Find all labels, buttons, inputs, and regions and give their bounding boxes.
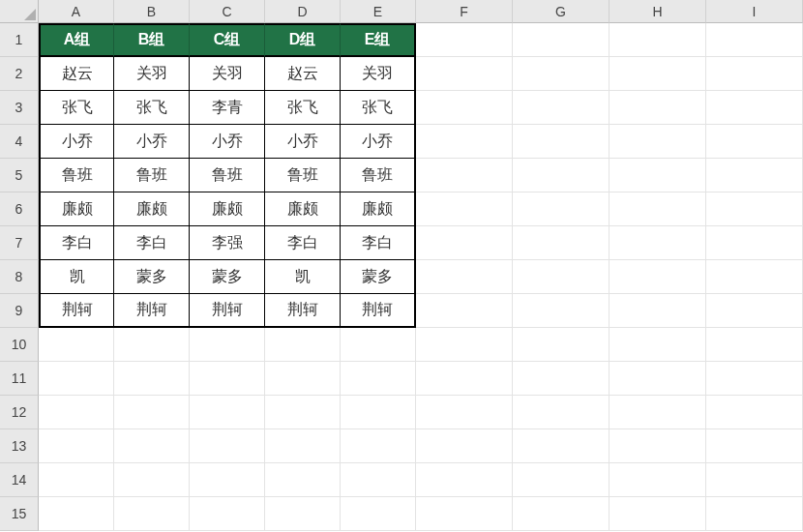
row-header-15[interactable]: 15 — [0, 497, 39, 531]
cell-C15[interactable] — [190, 497, 265, 531]
table-cell-C8[interactable]: 蒙多 — [190, 260, 265, 294]
col-header-H[interactable]: H — [610, 0, 706, 23]
cell-D11[interactable] — [265, 362, 341, 396]
cell-G2[interactable] — [513, 57, 610, 91]
row-header-3[interactable]: 3 — [0, 91, 39, 125]
cell-C12[interactable] — [190, 396, 265, 429]
cell-G1[interactable] — [513, 23, 610, 57]
cell-H10[interactable] — [610, 328, 706, 362]
cell-F13[interactable] — [416, 429, 513, 463]
cell-E11[interactable] — [341, 362, 416, 396]
cell-F4[interactable] — [416, 125, 513, 159]
col-header-B[interactable]: B — [114, 0, 190, 23]
cell-I15[interactable] — [706, 497, 803, 531]
cell-I14[interactable] — [706, 463, 803, 497]
cell-F1[interactable] — [416, 23, 513, 57]
cell-A10[interactable] — [39, 328, 114, 362]
cell-D10[interactable] — [265, 328, 341, 362]
cell-G11[interactable] — [513, 362, 610, 396]
cell-C14[interactable] — [190, 463, 265, 497]
table-cell-C9[interactable]: 荆轲 — [190, 294, 265, 328]
cell-F11[interactable] — [416, 362, 513, 396]
table-header-B[interactable]: B组 — [114, 23, 190, 57]
cell-B12[interactable] — [114, 396, 190, 429]
table-cell-D9[interactable]: 荆轲 — [265, 294, 341, 328]
cell-H4[interactable] — [610, 125, 706, 159]
cell-G10[interactable] — [513, 328, 610, 362]
table-cell-D2[interactable]: 赵云 — [265, 57, 341, 91]
cell-G15[interactable] — [513, 497, 610, 531]
cell-D13[interactable] — [265, 429, 341, 463]
table-header-C[interactable]: C组 — [190, 23, 265, 57]
row-header-6[interactable]: 6 — [0, 192, 39, 226]
table-cell-C4[interactable]: 小乔 — [190, 125, 265, 159]
cell-F7[interactable] — [416, 226, 513, 260]
col-header-I[interactable]: I — [706, 0, 803, 23]
table-cell-C7[interactable]: 李强 — [190, 226, 265, 260]
row-header-13[interactable]: 13 — [0, 429, 39, 463]
table-cell-B5[interactable]: 鲁班 — [114, 159, 190, 192]
table-cell-A3[interactable]: 张飞 — [39, 91, 114, 125]
select-all-corner[interactable] — [0, 0, 39, 23]
table-cell-A2[interactable]: 赵云 — [39, 57, 114, 91]
row-header-4[interactable]: 4 — [0, 125, 39, 159]
spreadsheet-grid[interactable]: ABCDEFGHI1A组B组C组D组E组2赵云关羽关羽赵云关羽3张飞张飞李青张飞… — [0, 0, 803, 531]
cell-B11[interactable] — [114, 362, 190, 396]
cell-E10[interactable] — [341, 328, 416, 362]
row-header-7[interactable]: 7 — [0, 226, 39, 260]
cell-H9[interactable] — [610, 294, 706, 328]
row-header-1[interactable]: 1 — [0, 23, 39, 57]
cell-I9[interactable] — [706, 294, 803, 328]
col-header-D[interactable]: D — [265, 0, 341, 23]
cell-C10[interactable] — [190, 328, 265, 362]
cell-H2[interactable] — [610, 57, 706, 91]
table-cell-E7[interactable]: 李白 — [341, 226, 416, 260]
table-cell-E9[interactable]: 荆轲 — [341, 294, 416, 328]
cell-H8[interactable] — [610, 260, 706, 294]
cell-B10[interactable] — [114, 328, 190, 362]
cell-G13[interactable] — [513, 429, 610, 463]
table-cell-E5[interactable]: 鲁班 — [341, 159, 416, 192]
cell-E15[interactable] — [341, 497, 416, 531]
table-cell-C3[interactable]: 李青 — [190, 91, 265, 125]
cell-H11[interactable] — [610, 362, 706, 396]
cell-H7[interactable] — [610, 226, 706, 260]
table-cell-E4[interactable]: 小乔 — [341, 125, 416, 159]
cell-H13[interactable] — [610, 429, 706, 463]
cell-H1[interactable] — [610, 23, 706, 57]
cell-H5[interactable] — [610, 159, 706, 192]
col-header-C[interactable]: C — [190, 0, 265, 23]
row-header-5[interactable]: 5 — [0, 159, 39, 192]
cell-D14[interactable] — [265, 463, 341, 497]
cell-C13[interactable] — [190, 429, 265, 463]
cell-E12[interactable] — [341, 396, 416, 429]
cell-F9[interactable] — [416, 294, 513, 328]
cell-F2[interactable] — [416, 57, 513, 91]
cell-I2[interactable] — [706, 57, 803, 91]
col-header-E[interactable]: E — [341, 0, 416, 23]
table-cell-E6[interactable]: 廉颇 — [341, 192, 416, 226]
cell-A11[interactable] — [39, 362, 114, 396]
table-cell-B8[interactable]: 蒙多 — [114, 260, 190, 294]
table-cell-D8[interactable]: 凯 — [265, 260, 341, 294]
cell-I11[interactable] — [706, 362, 803, 396]
cell-I13[interactable] — [706, 429, 803, 463]
cell-F15[interactable] — [416, 497, 513, 531]
col-header-F[interactable]: F — [416, 0, 513, 23]
cell-I5[interactable] — [706, 159, 803, 192]
table-cell-A6[interactable]: 廉颇 — [39, 192, 114, 226]
cell-I7[interactable] — [706, 226, 803, 260]
cell-G12[interactable] — [513, 396, 610, 429]
cell-C11[interactable] — [190, 362, 265, 396]
table-cell-B2[interactable]: 关羽 — [114, 57, 190, 91]
table-cell-C2[interactable]: 关羽 — [190, 57, 265, 91]
cell-D15[interactable] — [265, 497, 341, 531]
cell-H12[interactable] — [610, 396, 706, 429]
table-cell-B7[interactable]: 李白 — [114, 226, 190, 260]
table-cell-A9[interactable]: 荆轲 — [39, 294, 114, 328]
cell-G7[interactable] — [513, 226, 610, 260]
table-cell-C6[interactable]: 廉颇 — [190, 192, 265, 226]
col-header-A[interactable]: A — [39, 0, 114, 23]
table-cell-C5[interactable]: 鲁班 — [190, 159, 265, 192]
cell-B15[interactable] — [114, 497, 190, 531]
